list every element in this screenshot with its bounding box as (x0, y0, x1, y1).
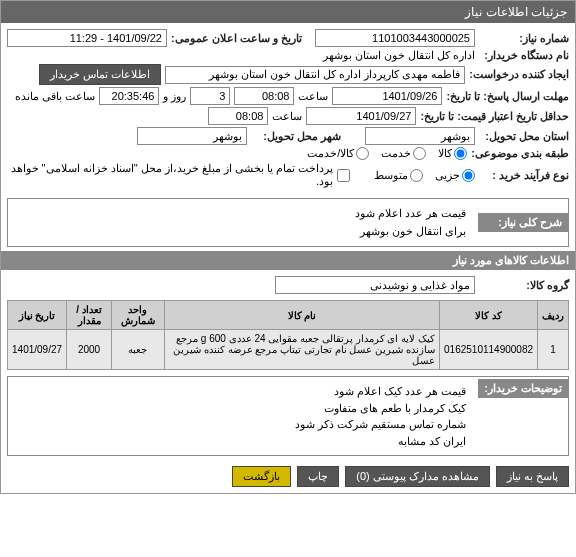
td-qty: 2000 (67, 330, 112, 370)
td-name: کیک لایه ای کرمدار پرتقالی جعبه مقوایی 2… (164, 330, 439, 370)
buyer-desc-label: توضیحات خریدار: (478, 379, 568, 398)
saat-label-2: ساعت (272, 110, 302, 123)
buyer-value: اداره کل انتقال خون استان بوشهر (323, 49, 475, 62)
remain-label: ساعت باقی مانده (15, 90, 95, 103)
category-label: طبقه بندی موضوعی: (471, 147, 569, 160)
validity-label: حداقل تاریخ اعتبار قیمت: تا تاریخ: (420, 110, 569, 123)
contact-button[interactable]: اطلاعات تماس خریدار (39, 64, 161, 85)
th-row: ردیف (538, 301, 569, 330)
th-name: نام کالا (164, 301, 439, 330)
desc-text: قیمت هر عدد اعلام شود برای انتقال خون بو… (8, 201, 474, 244)
days-input[interactable] (190, 87, 230, 105)
radio-goods-label: کالا (438, 147, 452, 160)
validity-date-input[interactable] (306, 107, 416, 125)
days-label: روز و (163, 90, 186, 103)
group-input[interactable] (275, 276, 475, 294)
desc-title: شرح کلی نیاز: (478, 213, 568, 232)
radio-goods[interactable] (454, 147, 467, 160)
buyer-desc-text: قیمت هر عدد کیک اعلام شود کیک کرمدار با … (8, 379, 474, 453)
buyer-desc-l4: ایران کد مشابه (16, 433, 466, 450)
announce-input[interactable] (7, 29, 167, 47)
payment-note: پرداخت تمام یا بخشی از مبلغ خرید،از محل … (7, 162, 333, 188)
panel-header: جزئیات اطلاعات نیاز (1, 1, 575, 23)
panel-title: جزئیات اطلاعات نیاز (465, 5, 567, 19)
validity-time-input[interactable] (208, 107, 268, 125)
docs-button[interactable]: مشاهده مدارک پیوستی (0) (345, 466, 490, 487)
deadline-label: مهلت ارسال پاسخ: تا تاریخ: (446, 90, 569, 103)
items-table: ردیف کد کالا نام کالا واحد شمارش تعداد /… (7, 300, 569, 370)
table-row: 1 0162510114900082 کیک لایه ای کرمدار پر… (8, 330, 569, 370)
back-button[interactable]: بازگشت (232, 466, 291, 487)
radio-service[interactable] (413, 147, 426, 160)
desc-line2: برای انتقال خون بوشهر (16, 223, 466, 241)
buyer-label: نام دستگاه خریدار: (479, 49, 569, 62)
desc-line1: قیمت هر عدد اعلام شود (16, 205, 466, 223)
group-label: گروه کالا: (479, 279, 569, 292)
remain-time-input[interactable] (99, 87, 159, 105)
td-row: 1 (538, 330, 569, 370)
items-header: اطلاعات کالاهای مورد نیاز (1, 251, 575, 270)
td-date: 1401/09/27 (8, 330, 67, 370)
radio-small-label: جزیی (435, 169, 460, 182)
th-unit: واحد شمارش (111, 301, 164, 330)
th-code: کد کالا (440, 301, 538, 330)
category-radio-group: کالا خدمت کالا/خدمت (307, 147, 467, 160)
city-input[interactable] (137, 127, 247, 145)
saat-label-1: ساعت (298, 90, 328, 103)
td-unit: جعبه (111, 330, 164, 370)
announce-label: تاریخ و ساعت اعلان عمومی: (171, 32, 302, 45)
radio-medium-label: متوسط (374, 169, 408, 182)
radio-medium[interactable] (410, 169, 423, 182)
need-no-label: شماره نیاز: (479, 32, 569, 45)
th-qty: تعداد / مقدار (67, 301, 112, 330)
radio-service-label: خدمت (381, 147, 411, 160)
deadline-date-input[interactable] (332, 87, 442, 105)
th-date: تاریخ نیاز (8, 301, 67, 330)
need-no-input[interactable] (315, 29, 475, 47)
radio-both[interactable] (356, 147, 369, 160)
buyer-desc-l1: قیمت هر عدد کیک اعلام شود (16, 383, 466, 400)
footer-buttons: پاسخ به نیاز مشاهده مدارک پیوستی (0) چاپ… (1, 460, 575, 493)
reply-button[interactable]: پاسخ به نیاز (496, 466, 569, 487)
payment-checkbox[interactable] (337, 169, 350, 182)
td-code: 0162510114900082 (440, 330, 538, 370)
deadline-time-input[interactable] (234, 87, 294, 105)
province-input[interactable] (365, 127, 475, 145)
radio-small[interactable] (462, 169, 475, 182)
buyer-desc-l3: شماره تماس مستقیم شرکت ذکر شود (16, 416, 466, 433)
creator-label: ایجاد کننده درخواست: (469, 68, 569, 81)
creator-input[interactable] (165, 66, 465, 84)
buyer-desc-l2: کیک کرمدار با طعم های متفاوت (16, 400, 466, 417)
city-label: شهر محل تحویل: (251, 130, 341, 143)
print-button[interactable]: چاپ (297, 466, 339, 487)
purchase-radio-group: جزیی متوسط (374, 169, 475, 182)
province-label: استان محل تحویل: (479, 130, 569, 143)
radio-both-label: کالا/خدمت (307, 147, 354, 160)
purchase-label: نوع فرآیند خرید : (479, 169, 569, 182)
